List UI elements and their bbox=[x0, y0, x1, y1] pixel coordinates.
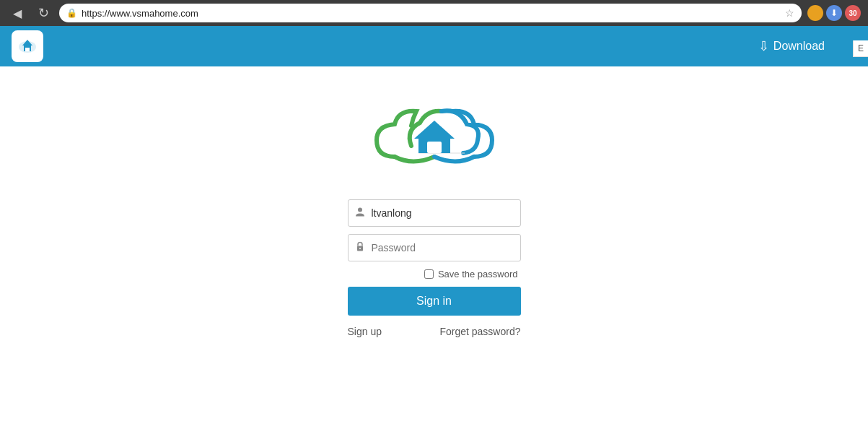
svg-point-9 bbox=[359, 248, 361, 249]
download-button[interactable]: ⇩ Download bbox=[758, 38, 825, 54]
chrome-download-icon[interactable]: ⬇ bbox=[826, 5, 842, 21]
svg-rect-5 bbox=[427, 142, 442, 153]
username-wrapper bbox=[348, 199, 521, 227]
reload-button[interactable]: ↻ bbox=[33, 3, 53, 23]
download-icon: ⇩ bbox=[758, 38, 769, 54]
form-links: Sign up Forget password? bbox=[348, 326, 521, 337]
svg-rect-2 bbox=[25, 48, 30, 51]
password-input[interactable] bbox=[348, 234, 521, 261]
app-logo[interactable] bbox=[12, 30, 43, 62]
browser-chrome: ◀ ↻ 🔒 ☆ ⬇ 30 bbox=[0, 0, 868, 26]
user-icon bbox=[355, 207, 365, 220]
header-logo-icon bbox=[17, 35, 38, 57]
url-input[interactable] bbox=[82, 8, 781, 19]
forget-password-link[interactable]: Forget password? bbox=[439, 326, 520, 337]
back-icon: ◀ bbox=[13, 6, 22, 20]
password-lock-icon bbox=[355, 242, 365, 254]
browser-actions: ⬇ 30 bbox=[807, 5, 861, 21]
save-password-label[interactable]: Save the password bbox=[438, 269, 518, 280]
side-menu-hint: E bbox=[853, 40, 868, 57]
logo-area bbox=[369, 95, 499, 185]
save-password-row: Save the password bbox=[348, 269, 521, 280]
profile-avatar[interactable] bbox=[807, 5, 823, 21]
reload-icon: ↻ bbox=[38, 5, 49, 21]
star-icon[interactable]: ☆ bbox=[785, 7, 794, 19]
app-header: ⇩ Download bbox=[0, 26, 868, 66]
lock-icon: 🔒 bbox=[66, 8, 77, 18]
save-password-checkbox[interactable] bbox=[424, 269, 434, 279]
extension-label: 30 bbox=[849, 9, 856, 17]
login-form: Save the password Sign in Sign up Forget… bbox=[348, 199, 521, 337]
brand-logo bbox=[369, 95, 499, 182]
main-content: Save the password Sign in Sign up Forget… bbox=[0, 66, 868, 442]
download-label: Download bbox=[773, 40, 825, 53]
signin-button[interactable]: Sign in bbox=[348, 287, 521, 316]
signup-link[interactable]: Sign up bbox=[348, 326, 382, 337]
address-bar[interactable]: 🔒 ☆ bbox=[59, 4, 802, 22]
back-button[interactable]: ◀ bbox=[7, 3, 27, 23]
username-input[interactable] bbox=[348, 199, 521, 227]
svg-point-7 bbox=[358, 208, 362, 212]
password-wrapper bbox=[348, 234, 521, 261]
extension-badge[interactable]: 30 bbox=[845, 5, 861, 21]
